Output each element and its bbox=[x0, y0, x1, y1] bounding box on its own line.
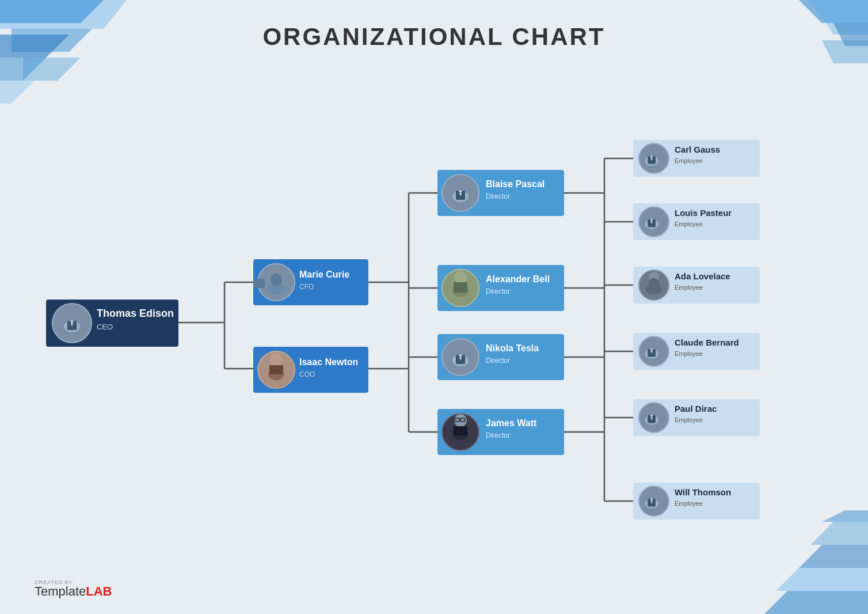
svg-marker-7 bbox=[799, 0, 868, 23]
employee-thomson-node: Will Thomson Employee bbox=[633, 483, 760, 520]
employee-bernard-name: Claude Bernard bbox=[675, 338, 739, 347]
director-tesla-node: Nikola Tesla Director bbox=[437, 334, 564, 380]
svg-point-72 bbox=[454, 271, 467, 284]
cfo-name: Marie Curie bbox=[299, 270, 349, 279]
cfo-node: Marie Curie CFO bbox=[253, 259, 368, 305]
svg-point-65 bbox=[270, 353, 283, 366]
employee-dirac-title: Employee bbox=[675, 416, 703, 423]
employee-pasteur-node: Louis Pasteur Employee bbox=[633, 203, 760, 240]
svg-rect-25 bbox=[10, 71, 14, 74]
svg-point-16 bbox=[9, 66, 21, 79]
svg-rect-74 bbox=[454, 282, 467, 293]
employee-bernard-title: Employee bbox=[675, 350, 703, 357]
svg-rect-67 bbox=[269, 365, 283, 374]
svg-marker-20 bbox=[13, 79, 17, 81]
employee-dirac-name: Paul Dirac bbox=[675, 404, 717, 414]
employee-thomson-name: Will Thomson bbox=[675, 487, 731, 497]
employee-lovelace-title: Employee bbox=[675, 284, 703, 291]
svg-rect-23 bbox=[10, 78, 20, 88]
employee-lovelace-node: Ada Lovelace Employee bbox=[633, 267, 760, 304]
svg-rect-29 bbox=[10, 78, 20, 86]
director-bell-node: Alexander Bell Director bbox=[437, 265, 564, 311]
director-tesla-name: Nikola Tesla bbox=[486, 343, 539, 353]
svg-point-30 bbox=[9, 66, 21, 79]
svg-rect-32 bbox=[10, 79, 20, 88]
director-pascal-name: Blaise Pascal bbox=[486, 179, 545, 189]
director-pascal-node: Blaise Pascal Director bbox=[437, 170, 564, 216]
svg-point-62 bbox=[271, 274, 282, 286]
employee-lovelace-name: Ada Lovelace bbox=[675, 271, 730, 281]
employee-pasteur-name: Louis Pasteur bbox=[675, 208, 732, 218]
employee-gauss-title: Employee bbox=[675, 157, 703, 164]
svg-point-21 bbox=[9, 66, 21, 79]
svg-marker-11 bbox=[764, 591, 868, 614]
employee-gauss-name: Carl Gauss bbox=[675, 145, 720, 154]
coo-node: Isaac Newton COO bbox=[253, 347, 368, 393]
org-chart: Thomas Edison CEO Marie Curie CFO Isaac … bbox=[0, 63, 868, 582]
svg-rect-26 bbox=[16, 71, 20, 74]
director-pascal-title: Director bbox=[486, 192, 510, 200]
svg-rect-61 bbox=[253, 279, 265, 288]
coo-title: COO bbox=[299, 370, 315, 378]
svg-point-31 bbox=[7, 79, 23, 91]
svg-point-28 bbox=[7, 79, 23, 91]
employee-gauss-node: Carl Gauss Employee bbox=[633, 140, 760, 177]
ceo-name: Thomas Edison bbox=[97, 308, 174, 319]
director-tesla-title: Director bbox=[486, 357, 510, 365]
director-bell-name: Alexander Bell bbox=[486, 274, 550, 284]
director-watt-title: Director bbox=[486, 431, 510, 439]
director-watt-node: James Watt Director bbox=[437, 409, 564, 455]
employee-bernard-node: Claude Bernard Employee bbox=[633, 333, 760, 370]
employee-dirac-node: Paul Dirac Employee bbox=[633, 399, 760, 436]
director-bell-title: Director bbox=[486, 287, 510, 295]
svg-rect-18 bbox=[10, 79, 20, 89]
svg-rect-84 bbox=[454, 426, 467, 435]
cfo-title: CFO bbox=[299, 283, 314, 291]
watermark: CREATED BY TemplateLAB bbox=[35, 580, 112, 598]
director-watt-name: James Watt bbox=[486, 418, 537, 428]
svg-point-17 bbox=[7, 79, 23, 91]
page-title: ORGANIZATIONAL CHART bbox=[0, 23, 868, 51]
svg-point-93 bbox=[648, 278, 660, 290]
svg-point-22 bbox=[6, 82, 24, 93]
brand-label: TemplateLAB bbox=[35, 585, 112, 598]
coo-name: Isaac Newton bbox=[299, 357, 358, 367]
employee-pasteur-title: Employee bbox=[675, 221, 703, 228]
ceo-title: CEO bbox=[97, 323, 113, 331]
employee-thomson-title: Employee bbox=[675, 500, 703, 507]
svg-point-24 bbox=[9, 66, 21, 78]
ceo-node: Thomas Edison CEO bbox=[46, 300, 178, 347]
svg-marker-0 bbox=[0, 0, 104, 23]
svg-marker-19 bbox=[14, 80, 16, 85]
